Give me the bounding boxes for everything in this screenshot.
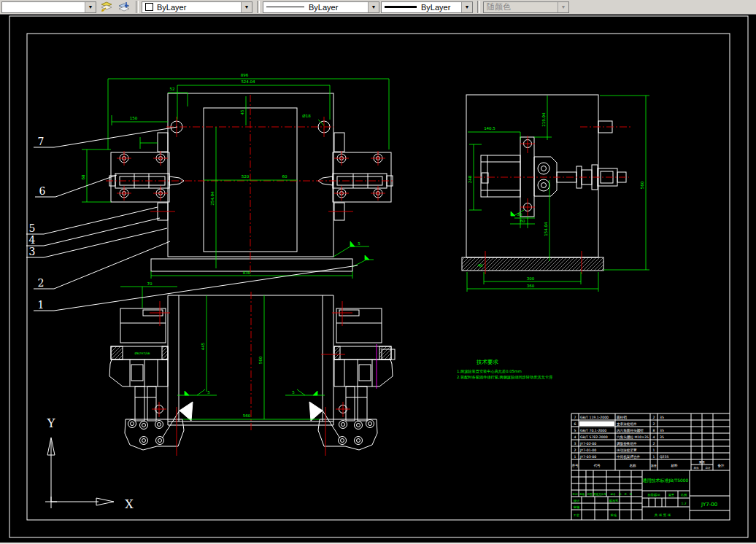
- bottom-view-dimensions: [120, 287, 325, 419]
- balloon-5: 5: [29, 222, 36, 234]
- dim-text: 560: [243, 413, 251, 418]
- tech-req-item: 2.装配时各紧固件须拧紧,两侧滚轮须同步转动灵活无卡滞: [457, 375, 552, 380]
- layers-blue-icon: [117, 1, 131, 12]
- mark-label: 标记: [571, 492, 578, 496]
- dim-text: 896: [241, 73, 249, 77]
- chevron-down-icon[interactable]: ▼: [241, 2, 252, 12]
- standard-note: 通用技术标准JB/T5000: [643, 478, 689, 483]
- balloon-4: 4: [29, 234, 36, 246]
- bom-cell: GB/T 70.1-2000: [580, 429, 606, 432]
- bom-cell: 35: [660, 416, 664, 419]
- standardize-label: 标准化: [609, 499, 619, 503]
- highlighted-cell: [579, 421, 614, 427]
- dim-text: 524.04: [241, 79, 255, 84]
- bom-cell: 4: [574, 435, 576, 439]
- dim-text: 150: [130, 116, 138, 120]
- bom-cell: GB/T 5782-2000: [580, 435, 608, 439]
- layers-yellow-icon: [100, 1, 113, 12]
- bom-cell: 6: [574, 422, 576, 426]
- design-label: 设计: [574, 499, 580, 502]
- bottom-view: [109, 295, 395, 450]
- scale-value: 1:2: [681, 502, 686, 505]
- dim-text: Ø62H7/k6: [135, 351, 150, 355]
- weld-symbol-text: 5: [358, 241, 360, 246]
- bom-cell: 2: [574, 448, 576, 452]
- bom-cell: 3: [574, 442, 576, 446]
- lineweight-dropdown[interactable]: ByLayer ▼: [381, 1, 473, 13]
- dim-text: 445: [201, 342, 205, 350]
- bom-header-cell: 名称: [629, 464, 636, 467]
- side-view-centerlines: [474, 127, 632, 274]
- dim-text: 360: [527, 284, 535, 288]
- bom-cell: JY7-03-00: [579, 455, 596, 459]
- bom-header-cell: 材料: [670, 464, 678, 468]
- weld-symbol-text: 5: [292, 390, 295, 395]
- x-axis-label: X: [125, 497, 134, 511]
- bom-cell: 1: [653, 455, 655, 459]
- dim-text: 254.04: [210, 191, 215, 206]
- bom-cell: 1: [574, 455, 576, 459]
- drawing-canvas[interactable]: 896 524.04 52 150 68 45 254.04 520 60 Ø1…: [0, 15, 756, 543]
- zone-label: 分区: [587, 493, 593, 496]
- dim-text: 560: [258, 356, 263, 364]
- dim-text: 30: [517, 212, 522, 217]
- title-block: 通用技术标准JB/T5000 JY7-00 阶段标记 重量 比例 1:2 共 张…: [571, 470, 730, 520]
- toolbar-separator: [136, 1, 139, 13]
- bom-cell: 圆柱销: [617, 415, 627, 420]
- dim-text: 52: [170, 87, 175, 91]
- bom-cell: 7: [574, 416, 576, 419]
- process-label: 工艺: [573, 513, 580, 517]
- bom-cell: JY7-01-00: [579, 448, 596, 452]
- toolbar-separator: [257, 1, 260, 13]
- bom-cell: 内六角圆柱头螺钉: [617, 428, 644, 433]
- color-dropdown[interactable]: ByLayer ▼: [142, 1, 252, 13]
- linetype-dropdown[interactable]: ByLayer ▼: [263, 1, 379, 13]
- linetype-dropdown-value: ByLayer: [309, 3, 338, 12]
- bom-cell: 2: [653, 442, 655, 446]
- toolbar-separator: [477, 1, 480, 13]
- lineweight-dropdown-value: ByLayer: [421, 3, 450, 12]
- bom-cell: GB/T 119.1-2000: [580, 416, 609, 419]
- bom-header-cell: 数量: [651, 464, 657, 467]
- layer-previous-button[interactable]: [116, 1, 132, 14]
- bom-cell: 2: [653, 422, 655, 426]
- dim-text: Ø18: [302, 114, 311, 118]
- bom-header-cell: 备注: [717, 464, 725, 467]
- dim-text: 219.04: [541, 112, 546, 127]
- chevron-down-icon[interactable]: ▼: [368, 2, 379, 12]
- properties-toolbar: ▼ ByLayer ▼ ByLayer ▼ ByLayer ▼ 随颜色: [0, 0, 756, 15]
- bottom-view-centerlines: [150, 292, 352, 456]
- dim-text: 70: [147, 281, 153, 286]
- layer-dropdown[interactable]: ▼: [1, 1, 96, 13]
- balloon-labels: 7 6 5 4 3 2 1: [26, 127, 358, 311]
- bom-cell: 中间机架焊合件: [617, 454, 641, 459]
- dim-text: 300: [527, 276, 535, 281]
- bom-header-cell: 总计: [704, 467, 711, 470]
- count-label: 处数: [579, 492, 585, 496]
- tech-req-item: 1.两滚轮装置安装中心高允差0.05mm: [457, 369, 522, 374]
- tech-req-title: 技术要求: [476, 359, 499, 365]
- chevron-down-icon[interactable]: ▼: [461, 2, 472, 12]
- bom-cell: 支承滚轮组件: [617, 422, 637, 427]
- change-file-label: 更改文件号: [593, 492, 606, 496]
- bom-cell: 调整垫铁组件: [617, 441, 637, 446]
- dim-text: 60: [520, 219, 525, 223]
- balloon-7: 7: [38, 136, 45, 147]
- plotstyle-dropdown: 随颜色 ▼: [483, 1, 569, 13]
- bottom-view-dim-texts: 445 560 560 Ø62H7/k6 5 5 70: [135, 281, 296, 418]
- drawing-number: JY7-00: [701, 502, 717, 508]
- bom-cell: 5: [574, 429, 576, 432]
- dim-text: 45: [240, 109, 244, 114]
- approve-label: 批准: [610, 513, 617, 517]
- stage-label: 阶段标记: [648, 493, 661, 497]
- dim-text: 830: [243, 271, 251, 275]
- scale-label: 比例: [681, 493, 687, 497]
- bom-cell: 1: [653, 448, 655, 452]
- technical-requirements: 技术要求 1.两滚轮装置安装中心高允差0.05mm 2.装配时各紧固件须拧紧,两…: [457, 359, 552, 380]
- make-object-layer-current-button[interactable]: [99, 1, 115, 14]
- review-label: 审核: [574, 505, 580, 509]
- balloon-2: 2: [38, 277, 45, 289]
- chevron-down-icon[interactable]: ▼: [85, 2, 96, 12]
- section-arrow: [180, 402, 193, 421]
- dim-text: 560: [640, 181, 644, 189]
